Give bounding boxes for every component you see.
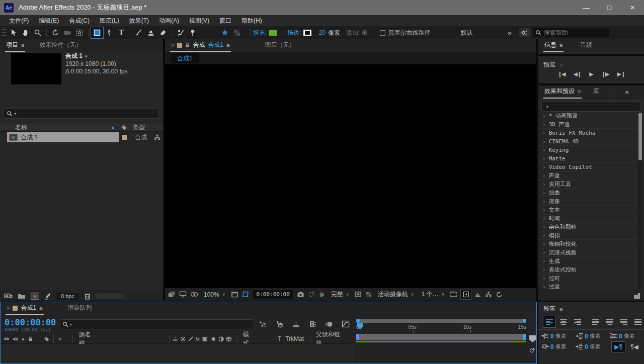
effect-category-item[interactable]: › 沉浸式视频: [538, 248, 637, 257]
lock-icon[interactable]: [185, 42, 190, 48]
tab-timeline-comp[interactable]: × 合成1 ≡: [6, 304, 47, 315]
panel-menu-icon[interactable]: ≡: [39, 305, 42, 311]
frame-blending-icon[interactable]: [309, 320, 316, 328]
help-search-input[interactable]: [544, 29, 599, 36]
chevron-right-icon[interactable]: ›: [542, 224, 546, 230]
chevron-right-icon[interactable]: ›: [542, 249, 546, 256]
effect-category-item[interactable]: › 过渡: [538, 283, 637, 290]
always-preview-icon[interactable]: [168, 291, 176, 298]
effect-category-item[interactable]: › 表达式控制: [538, 265, 637, 274]
panel-menu-icon[interactable]: ≡: [578, 88, 581, 95]
show-snapshot-icon[interactable]: [308, 291, 315, 298]
comp-marker-bin-icon[interactable]: [529, 335, 536, 342]
flowchart-icon[interactable]: [154, 134, 160, 141]
effect-category-item[interactable]: › 过时: [538, 274, 637, 283]
effects-search-input[interactable]: [550, 103, 639, 111]
text-direction-ltr-button[interactable]: ▶¶: [612, 342, 625, 352]
panel-scroll-pill[interactable]: [96, 293, 124, 299]
effects-switch-icon[interactable]: fx: [196, 336, 200, 342]
interpret-footage-icon[interactable]: [4, 293, 13, 299]
chevron-right-icon[interactable]: ›: [542, 207, 546, 213]
eye-icon[interactable]: [4, 336, 10, 341]
pen-tool-button[interactable]: [103, 27, 115, 38]
new-panel-icon[interactable]: [634, 293, 640, 299]
viewer-subtab-comp[interactable]: 合成1: [171, 53, 199, 63]
view-layout-dropdown[interactable]: 1 个…∨: [420, 290, 447, 299]
menu-item[interactable]: 视图(V): [184, 17, 214, 25]
column-name[interactable]: 名称: [15, 123, 27, 132]
composition-mini-flowchart-icon[interactable]: [259, 321, 267, 328]
effect-category-item[interactable]: › 模糊和锐化: [538, 240, 637, 248]
viewer-timecode[interactable]: 0:00:00:00: [253, 290, 293, 299]
first-line-indent-field[interactable]: 0像素: [610, 331, 644, 341]
graph-editor-icon[interactable]: [342, 320, 350, 328]
fill-color-swatch[interactable]: [268, 29, 277, 36]
menu-item[interactable]: 帮助(H): [236, 17, 267, 25]
menu-item[interactable]: 编辑(E): [34, 17, 64, 25]
composition-view-area[interactable]: [165, 64, 536, 288]
comp-button-icon[interactable]: [529, 346, 536, 353]
chevron-right-icon[interactable]: ›: [542, 155, 546, 162]
effect-category-item[interactable]: › Boris FX Mocha: [538, 129, 637, 137]
current-timecode[interactable]: 0:00:00:00: [5, 317, 56, 327]
hand-tool-button[interactable]: [20, 27, 32, 38]
menu-item[interactable]: 图层(L): [95, 17, 124, 25]
magnification-dropdown[interactable]: 100%∨: [202, 291, 227, 298]
stroke-color-swatch[interactable]: [303, 29, 312, 36]
brush-tool-button[interactable]: [133, 27, 145, 38]
3d-layer-switch-icon[interactable]: [226, 336, 231, 342]
rulers-grid-icon[interactable]: [231, 291, 238, 298]
chevron-right-icon[interactable]: ›: [542, 113, 546, 119]
chevron-right-icon[interactable]: ›: [542, 198, 546, 205]
justify-last-left-button[interactable]: [590, 316, 602, 327]
space-before-field[interactable]: 0像素: [576, 331, 610, 341]
collapse-transformations-icon[interactable]: [180, 336, 186, 342]
transport-button[interactable]: ◀❙: [574, 71, 582, 77]
exposure-histogram-icon[interactable]: [474, 291, 481, 298]
effect-category-item[interactable]: › CINEMA 4D: [538, 137, 637, 146]
chevron-right-icon[interactable]: ›: [542, 266, 546, 273]
label-column-icon[interactable]: [44, 336, 49, 342]
effects-scrollbar[interactable]: [638, 112, 642, 290]
tab-effects-presets[interactable]: 效果和预设≡: [543, 87, 585, 99]
draft-3d-icon[interactable]: [275, 320, 283, 328]
hide-shy-layers-icon[interactable]: [292, 321, 300, 328]
chevron-right-icon[interactable]: ›: [542, 190, 546, 196]
effect-category-item[interactable]: › 杂色和颗粒: [538, 223, 637, 231]
rotation-tool-button[interactable]: [49, 27, 61, 38]
roto-brush-tool-button[interactable]: [175, 27, 187, 38]
time-ruler-labels[interactable]: 0s05s10s15s: [356, 324, 526, 330]
puppet-pin-tool-button[interactable]: [187, 27, 199, 38]
effect-category-item[interactable]: › 实用工具: [538, 180, 637, 189]
scrollbar-thumb[interactable]: [638, 113, 642, 160]
trash-icon[interactable]: [85, 293, 91, 300]
layer-list-area[interactable]: [1, 344, 354, 363]
menu-item[interactable]: 动画(A): [154, 17, 184, 25]
comp-caret-icon[interactable]: ▼: [84, 54, 88, 59]
tab-effect-controls[interactable]: 效果控件（无）: [38, 41, 86, 52]
channel-mask-icon[interactable]: [190, 291, 198, 298]
adjust-icon[interactable]: [44, 293, 51, 300]
tab-info[interactable]: 信息≡: [543, 41, 567, 52]
tab-composition[interactable]: × 合成 合成1 ≡: [170, 41, 234, 52]
add-menu-icon[interactable]: [362, 30, 368, 36]
eraser-tool-button[interactable]: [157, 27, 169, 38]
primary-viewer-icon[interactable]: [179, 291, 187, 298]
menu-item[interactable]: 合成(C): [64, 17, 95, 25]
frame-blend-switch-icon[interactable]: [202, 336, 208, 342]
panel-menu-icon[interactable]: ≡: [21, 42, 24, 48]
effect-category-item[interactable]: › 生成: [538, 257, 637, 265]
maximize-button[interactable]: □: [598, 0, 621, 15]
text-direction-rtl-button[interactable]: ¶◀: [628, 342, 641, 352]
align-right-button[interactable]: [572, 316, 584, 327]
transport-button[interactable]: ❙◀: [557, 71, 566, 77]
close-tab-icon[interactable]: ×: [171, 42, 174, 48]
panel-menu-icon[interactable]: ≡: [559, 306, 562, 312]
align-center-button[interactable]: [557, 316, 570, 327]
panel-menu-icon[interactable]: ≡: [559, 62, 562, 68]
indent-right-margin-field[interactable]: 0像素: [541, 341, 576, 352]
project-item-row[interactable]: 合成 1 合成: [0, 132, 163, 142]
transport-button[interactable]: ❙▶: [601, 71, 609, 77]
panel-menu-icon[interactable]: ≡: [559, 42, 562, 48]
panel-overflow-button[interactable]: »: [625, 88, 627, 99]
